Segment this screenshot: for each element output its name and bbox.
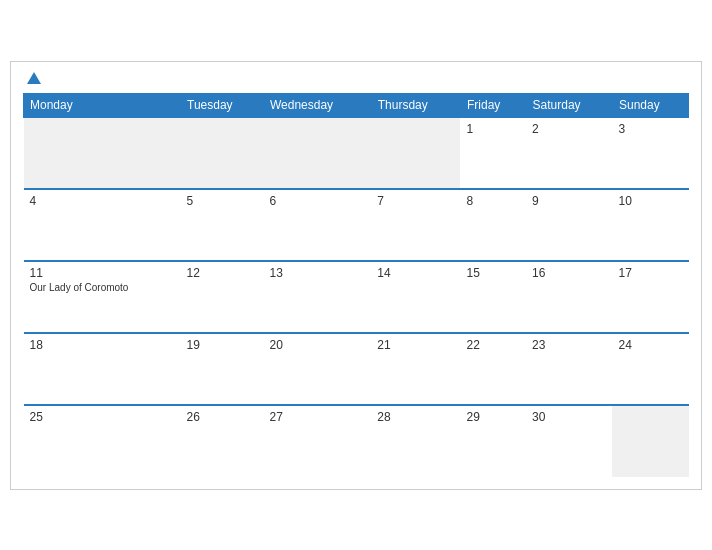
day-number: 30 [532, 410, 606, 424]
logo-triangle-icon [27, 72, 41, 84]
day-number: 1 [466, 122, 520, 136]
calendar-cell: 10 [612, 189, 688, 261]
calendar-cell: 24 [612, 333, 688, 405]
calendar-cell: 13 [263, 261, 371, 333]
calendar-cell: 17 [612, 261, 688, 333]
weekday-header-monday: Monday [24, 93, 181, 117]
calendar-cell: 8 [460, 189, 526, 261]
day-number: 23 [532, 338, 606, 352]
day-number: 28 [377, 410, 454, 424]
weekday-header-sunday: Sunday [612, 93, 688, 117]
calendar-cell [612, 405, 688, 477]
calendar-cell: 5 [181, 189, 264, 261]
calendar-cell: 16 [526, 261, 612, 333]
day-event: Our Lady of Coromoto [30, 282, 129, 293]
calendar-cell: 11Our Lady of Coromoto [24, 261, 181, 333]
day-number: 15 [466, 266, 520, 280]
weekday-header-friday: Friday [460, 93, 526, 117]
calendar-cell: 30 [526, 405, 612, 477]
week-row-1: 123 [24, 117, 689, 189]
week-row-5: 252627282930 [24, 405, 689, 477]
calendar-cell: 14 [371, 261, 460, 333]
calendar-cell: 1 [460, 117, 526, 189]
day-number: 27 [269, 410, 365, 424]
calendar-cell: 25 [24, 405, 181, 477]
calendar-cell: 6 [263, 189, 371, 261]
day-number: 19 [187, 338, 258, 352]
logo-area [23, 72, 41, 85]
weekday-header-wednesday: Wednesday [263, 93, 371, 117]
day-number: 17 [618, 266, 682, 280]
calendar-cell [181, 117, 264, 189]
calendar-cell: 4 [24, 189, 181, 261]
week-row-4: 18192021222324 [24, 333, 689, 405]
calendar-cell: 22 [460, 333, 526, 405]
calendar-cell: 12 [181, 261, 264, 333]
calendar-cell: 18 [24, 333, 181, 405]
calendar-cell: 15 [460, 261, 526, 333]
day-number: 13 [269, 266, 365, 280]
calendar-cell: 19 [181, 333, 264, 405]
calendar-cell [24, 117, 181, 189]
calendar-cell: 28 [371, 405, 460, 477]
day-number: 7 [377, 194, 454, 208]
calendar-cell: 9 [526, 189, 612, 261]
calendar-grid: MondayTuesdayWednesdayThursdayFridaySatu… [23, 93, 689, 477]
day-number: 11 [30, 266, 175, 280]
calendar-cell: 29 [460, 405, 526, 477]
day-number: 24 [618, 338, 682, 352]
calendar-cell: 7 [371, 189, 460, 261]
weekday-header-saturday: Saturday [526, 93, 612, 117]
calendar-cell: 23 [526, 333, 612, 405]
day-number: 26 [187, 410, 258, 424]
weekday-header-row: MondayTuesdayWednesdayThursdayFridaySatu… [24, 93, 689, 117]
week-row-2: 45678910 [24, 189, 689, 261]
calendar-cell [371, 117, 460, 189]
day-number: 12 [187, 266, 258, 280]
calendar-container: MondayTuesdayWednesdayThursdayFridaySatu… [10, 61, 702, 490]
week-row-3: 11Our Lady of Coromoto121314151617 [24, 261, 689, 333]
day-number: 4 [30, 194, 175, 208]
calendar-cell: 2 [526, 117, 612, 189]
calendar-cell: 21 [371, 333, 460, 405]
calendar-cell: 20 [263, 333, 371, 405]
day-number: 6 [269, 194, 365, 208]
calendar-cell: 26 [181, 405, 264, 477]
day-number: 20 [269, 338, 365, 352]
day-number: 8 [466, 194, 520, 208]
calendar-header [23, 72, 689, 85]
day-number: 3 [618, 122, 682, 136]
day-number: 9 [532, 194, 606, 208]
day-number: 21 [377, 338, 454, 352]
day-number: 22 [466, 338, 520, 352]
day-number: 29 [466, 410, 520, 424]
day-number: 18 [30, 338, 175, 352]
day-number: 5 [187, 194, 258, 208]
calendar-cell: 27 [263, 405, 371, 477]
calendar-cell [263, 117, 371, 189]
day-number: 25 [30, 410, 175, 424]
day-number: 10 [618, 194, 682, 208]
calendar-cell: 3 [612, 117, 688, 189]
weekday-header-thursday: Thursday [371, 93, 460, 117]
day-number: 16 [532, 266, 606, 280]
weekday-header-tuesday: Tuesday [181, 93, 264, 117]
day-number: 2 [532, 122, 606, 136]
day-number: 14 [377, 266, 454, 280]
